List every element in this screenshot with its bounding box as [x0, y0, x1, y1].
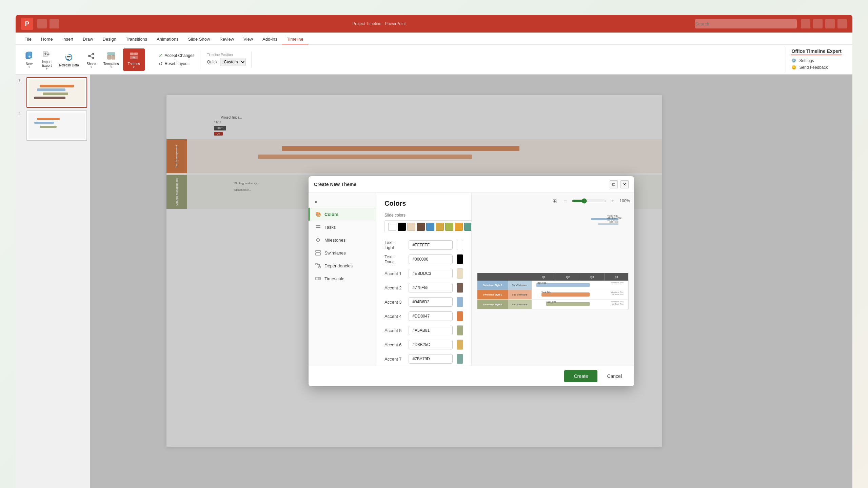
nav-swimlanes[interactable]: Swimlanes: [309, 246, 376, 259]
create-theme-dialog: Create New Theme □ ✕ « 🎨 Colors: [309, 176, 634, 386]
swatch-blue[interactable]: [426, 223, 434, 231]
swatch-amber[interactable]: [455, 223, 463, 231]
accent3-input[interactable]: [409, 297, 453, 307]
svg-rect-26: [316, 263, 317, 265]
accent5-preview[interactable]: [457, 325, 463, 336]
swatch-black[interactable]: [398, 223, 406, 231]
user-icon[interactable]: [801, 19, 810, 28]
swatch-brown[interactable]: [417, 223, 425, 231]
collapse-button[interactable]: «: [311, 197, 321, 206]
create-button[interactable]: Create: [564, 370, 597, 382]
text-dark-preview[interactable]: [457, 254, 463, 264]
slide-panel: 1 2: [16, 75, 90, 488]
nav-tasks[interactable]: Tasks: [309, 221, 376, 233]
nav-milestones[interactable]: Milestones: [309, 233, 376, 246]
slide-thumb-1[interactable]: 1: [18, 77, 87, 108]
import-icon: [41, 48, 52, 59]
tab-addins[interactable]: Add-ins: [258, 35, 282, 44]
text-dark-input[interactable]: [409, 255, 453, 264]
slide-preview-1[interactable]: [26, 77, 87, 108]
nav-timescale[interactable]: Timescale: [309, 272, 376, 285]
settings-icon: ⚙️: [791, 58, 796, 63]
refresh-data-button[interactable]: Refresh Data: [56, 50, 82, 68]
text-dark-label: Text - Dark: [384, 254, 405, 264]
text-light-preview[interactable]: [457, 240, 463, 250]
themes-label: Themes: [127, 62, 140, 66]
accent7-preview[interactable]: [457, 354, 463, 364]
themes-button[interactable]: Aa Themes ▼: [123, 48, 145, 71]
accent1-input[interactable]: [409, 269, 453, 278]
refresh-label: Refresh Data: [59, 63, 79, 67]
accent3-label: Accent 3: [384, 300, 405, 305]
maximize-icon[interactable]: [825, 19, 835, 28]
control-btn[interactable]: [50, 19, 59, 28]
window-controls[interactable]: [37, 19, 59, 28]
accent5-label: Accent 5: [384, 328, 405, 333]
nav-colors[interactable]: 🎨 Colors: [309, 208, 376, 221]
accent5-input[interactable]: [409, 326, 453, 335]
window-icon[interactable]: [813, 19, 823, 28]
import-label: ImportExport: [42, 60, 52, 67]
dependencies-nav-label: Dependencies: [324, 263, 353, 268]
tab-timeline[interactable]: Timeline: [282, 35, 308, 44]
swatch-olive[interactable]: [445, 223, 453, 231]
tab-insert[interactable]: Insert: [58, 35, 78, 44]
accent7-input[interactable]: [409, 354, 453, 364]
tab-animations[interactable]: Animations: [152, 35, 183, 44]
milestones-nav-icon: [315, 237, 321, 243]
main-area: 1 2: [16, 75, 852, 488]
accent2-input[interactable]: [409, 283, 453, 292]
reset-layout-button[interactable]: ↺ Reset Layout: [157, 60, 196, 67]
dialog-close-button[interactable]: ✕: [620, 180, 629, 188]
tab-file[interactable]: File: [20, 35, 36, 44]
accent2-label: Accent 2: [384, 285, 405, 290]
swatch-white[interactable]: [388, 223, 396, 231]
accent7-label: Accent 7: [384, 357, 405, 362]
swatch-beige[interactable]: [407, 223, 415, 231]
svg-rect-5: [67, 56, 71, 57]
svg-rect-24: [316, 250, 320, 252]
title-search[interactable]: [695, 19, 797, 28]
tab-transitions[interactable]: Transitions: [121, 35, 152, 44]
new-button[interactable]: + New ▼: [21, 49, 37, 70]
svg-marker-23: [316, 238, 320, 242]
send-feedback-button[interactable]: 😊 Send Feedback: [791, 64, 828, 71]
tasks-nav-icon: [315, 224, 321, 230]
accent3-preview[interactable]: [457, 297, 463, 307]
accent2-preview[interactable]: [457, 283, 463, 293]
slide-thumb-2[interactable]: 2: [18, 110, 87, 141]
accent4-input[interactable]: [409, 311, 453, 321]
accent1-preview[interactable]: [457, 268, 463, 279]
tab-slideshow[interactable]: Slide Show: [183, 35, 215, 44]
svg-rect-14: [107, 55, 111, 59]
accent4-preview[interactable]: [457, 311, 463, 321]
tab-review[interactable]: Review: [215, 35, 239, 44]
swatch-orange[interactable]: [436, 223, 444, 231]
tab-view[interactable]: View: [239, 35, 258, 44]
colors-nav-label: Colors: [324, 212, 338, 217]
text-light-input[interactable]: [409, 240, 453, 250]
cancel-button[interactable]: Cancel: [601, 370, 627, 382]
nav-dependencies[interactable]: Dependencies: [309, 259, 376, 272]
dialog-nav: « 🎨 Colors: [309, 193, 376, 366]
dialog-maximize-button[interactable]: □: [610, 180, 618, 188]
tab-design[interactable]: Design: [98, 35, 121, 44]
close-icon[interactable]: [837, 19, 847, 28]
accent6-input[interactable]: [409, 340, 453, 349]
slide-preview-2[interactable]: [26, 110, 87, 141]
accent6-preview[interactable]: [457, 340, 463, 350]
control-btn[interactable]: [37, 19, 47, 28]
accept-changes-button[interactable]: ✓ Accept Changes: [157, 52, 196, 59]
share-button[interactable]: Share ▼: [83, 49, 99, 70]
dialog-title: Create New Theme: [314, 182, 356, 187]
templates-button[interactable]: Templates ▼: [101, 49, 122, 70]
position-select[interactable]: Custom: [220, 58, 246, 66]
slide-color-swatches[interactable]: ▾: [384, 220, 471, 233]
tab-home[interactable]: Home: [36, 35, 58, 44]
color-row-accent7: Accent 7: [384, 354, 463, 364]
reset-layout-label: Reset Layout: [165, 61, 189, 66]
import-export-button[interactable]: ImportExport ▼: [39, 47, 55, 72]
swatch-teal[interactable]: [464, 223, 471, 231]
tab-draw[interactable]: Draw: [78, 35, 98, 44]
settings-button[interactable]: ⚙️ Settings: [791, 57, 814, 64]
